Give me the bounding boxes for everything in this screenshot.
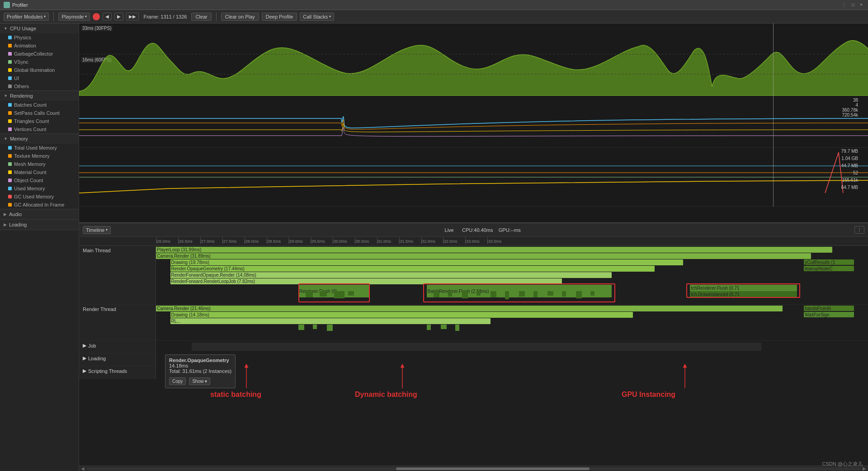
title-bar-title: Profiler — [12, 2, 840, 8]
sidebar-item-triangles[interactable]: Triangles Count — [0, 117, 79, 125]
render-thread-content: Camera.Render (21.46ms) Drawing (14.18ms… — [156, 305, 868, 341]
step-back-button[interactable]: ◀ — [103, 13, 112, 20]
rt-camera-render-bar[interactable]: Camera.Render (21.46ms) — [156, 306, 783, 311]
camera-render-bar[interactable]: Camera.Render (31.89ms) — [156, 253, 811, 259]
rendering-val-2: 4 — [842, 103, 858, 108]
sidebar-item-gc-alloc[interactable]: GC Allocated In Frame — [0, 201, 79, 209]
collapse-arrow-audio: ▶ — [4, 212, 7, 217]
sidebar-item-gc-used[interactable]: GC Used Memory — [0, 193, 79, 201]
job-label: ▶ Job — [79, 341, 156, 353]
sidebar-section-header-memory[interactable]: ▼ Memory — [0, 134, 79, 144]
gpu-info: GPU:--ms — [499, 227, 521, 233]
render-thread-row: Render Thread Camera.Render (21.46ms) Dr… — [79, 305, 868, 341]
sidebar-item-vsync[interactable]: VSync — [0, 58, 79, 66]
scrollbar-track[interactable] — [86, 467, 861, 470]
ruler-tick-12: |32.0ms — [421, 239, 435, 244]
sidebar-section-audio: ▶ Audio — [0, 209, 79, 220]
sidebar: ▼ CPU Usage Physics Animation GarbageCol… — [0, 24, 79, 471]
job-collapse[interactable]: ▶ — [83, 343, 86, 349]
timeline-mode-dropdown[interactable]: Timeline ▾ — [83, 226, 111, 234]
rt-wait-bar[interactable]: WaitForSign — [804, 312, 854, 317]
sidebar-item-texture-mem[interactable]: Texture Memory — [0, 152, 79, 160]
tooltip: Render.OpaqueGeometry 14.18ms Total: 31.… — [165, 354, 236, 388]
batch-bar-6 — [505, 291, 509, 299]
step-forward-button[interactable]: ▶ — [114, 13, 123, 20]
main-toolbar: Profiler Modules ▾ Playmode ▾ ◀ ▶ ▶▶ Fra… — [0, 10, 868, 24]
maximize-icon[interactable]: □ — [850, 2, 856, 8]
sidebar-item-object-count[interactable]: Object Count — [0, 176, 79, 184]
timeline-info: Live CPU:40.40ms GPU:--ms — [114, 227, 851, 233]
sidebar-item-used-mem[interactable]: Used Memory — [0, 184, 79, 193]
total-mem-color — [8, 146, 12, 150]
record-button[interactable] — [93, 13, 100, 20]
profiler-modules-dropdown[interactable]: Profiler Modules ▾ — [4, 13, 49, 21]
batch-bar-12 — [590, 291, 594, 296]
deep-profile-button[interactable]: Deep Profile — [262, 13, 297, 21]
scroll-left-arrow[interactable]: ◀ — [81, 466, 85, 471]
sidebar-item-batches[interactable]: Batches Count — [0, 101, 79, 109]
cull-results-bar[interactable]: yCullResults (1 — [804, 259, 854, 265]
sidebar-item-others[interactable]: Others — [0, 82, 79, 90]
loading-collapse[interactable]: ▶ — [83, 355, 86, 361]
sidebar-item-animation[interactable]: Animation — [0, 42, 79, 50]
collapse-arrow-memory: ▼ — [4, 137, 8, 141]
render-opaque-bar[interactable]: Render.OpaqueGeometry (17.44ms) — [170, 266, 655, 272]
rt-drawing-bar[interactable]: Drawing (14.18ms) — [170, 312, 633, 318]
physics-color — [8, 36, 12, 39]
cleanup-node-bar[interactable]: leanupNodeC — [804, 266, 854, 271]
call-stacks-dropdown[interactable]: Call Stacks ▾ — [300, 13, 334, 21]
more-options-icon[interactable]: ⋮ — [840, 2, 848, 8]
timeline-options-button[interactable]: ⋮ — [854, 226, 864, 234]
batch-bar-7 — [519, 291, 525, 297]
tch-renderer-flush-bar[interactable]: tchRenderer.Flush (0.71 — [690, 285, 797, 291]
job-bar — [192, 343, 761, 351]
sidebar-item-material-count[interactable]: Material Count — [0, 168, 79, 176]
close-icon[interactable]: × — [858, 2, 864, 8]
rt-hands-bar[interactable]: handsFromN — [804, 306, 854, 311]
sidebar-item-physics[interactable]: Physics — [0, 33, 79, 42]
separator-2 — [216, 12, 217, 21]
player-loop-bar[interactable]: PlayerLoop (31.99ms) — [156, 247, 832, 253]
ruler-tick-2: |27.0ms — [200, 239, 215, 244]
batch-bar-3 — [462, 291, 468, 298]
rt-small-4 — [427, 325, 431, 330]
ruler-tick-10: |31.0ms — [377, 239, 391, 244]
sidebar-item-setpass[interactable]: SetPass Calls Count — [0, 109, 79, 117]
gc-color — [8, 52, 12, 56]
scroll-right-arrow[interactable]: ▶ — [863, 466, 866, 471]
ruler-tick-3: |27.5ms — [222, 239, 236, 244]
sidebar-item-vertices[interactable]: Vertices Count — [0, 125, 79, 133]
playmode-dropdown[interactable]: Playmode ▾ — [58, 13, 90, 21]
window-controls[interactable]: ⋮ □ × — [840, 2, 864, 8]
tch-drawinstanced-bar[interactable]: tch.Drawinstanced (0.71 — [690, 291, 797, 297]
sidebar-section-header-audio[interactable]: ▶ Audio — [0, 209, 79, 219]
scrollbar-thumb[interactable] — [396, 467, 590, 470]
tooltip-show-button[interactable]: Show ▾ — [189, 377, 210, 385]
sidebar-item-gc[interactable]: GarbageCollector — [0, 50, 79, 58]
sidebar-item-mesh-mem[interactable]: Mesh Memory — [0, 160, 79, 168]
timeline-toolbar: Timeline ▾ Live CPU:40.40ms GPU:--ms ⋮ — [79, 223, 868, 237]
playmode-label: Playmode — [61, 14, 84, 19]
sidebar-section-header-rendering[interactable]: ▼ Rendering — [0, 91, 79, 101]
sidebar-section-header-loading[interactable]: ▶ Loading — [0, 220, 79, 230]
tooltip-copy-button[interactable]: Copy — [169, 377, 186, 385]
clear-button[interactable]: Clear — [191, 13, 211, 21]
cpu-chart-svg — [79, 24, 868, 96]
sidebar-item-ui[interactable]: UI — [0, 74, 79, 82]
flush-bar-3 — [334, 291, 345, 298]
render-loop-bar[interactable]: RenderForward.RenderLoopJob (7.82ms) — [170, 278, 562, 284]
sidebar-item-gi[interactable]: Global Illumination — [0, 66, 79, 74]
sidebar-item-total-mem[interactable]: Total Used Memory — [0, 144, 79, 152]
ruler-tick-13: |32.5ms — [443, 239, 458, 244]
render-forward-opaque-bar[interactable]: RenderForwardOpaque.Render (14.08ms) — [170, 272, 612, 278]
cpu-info: CPU:40.40ms — [462, 227, 493, 233]
drawing-bar[interactable]: Drawing (19.78ms) — [170, 259, 683, 265]
mem-val-3: 44.7 MB — [841, 162, 858, 170]
step-end-button[interactable]: ▶▶ — [126, 13, 139, 20]
clear-on-play-button[interactable]: Clear on Play — [221, 13, 259, 21]
sidebar-section-header-cpu[interactable]: ▼ CPU Usage — [0, 24, 79, 33]
horizontal-scrollbar[interactable]: ◀ ▶ — [79, 466, 868, 471]
rt-rl-bar[interactable]: RL... — [170, 318, 491, 324]
tooltip-time: 14.18ms — [169, 363, 231, 368]
scripting-collapse[interactable]: ▶ — [83, 368, 86, 374]
